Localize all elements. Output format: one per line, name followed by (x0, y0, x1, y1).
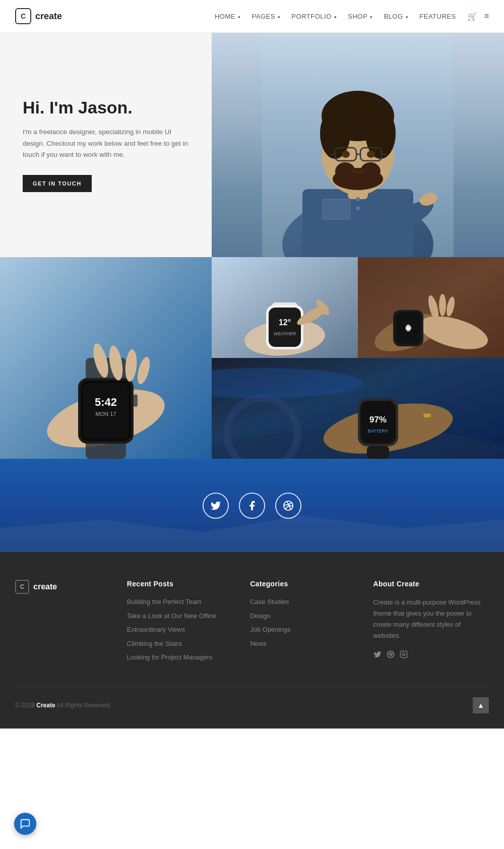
nav-pages[interactable]: PAGES ▾ (252, 13, 281, 20)
nav-blog[interactable]: BLOG ▾ (384, 13, 409, 20)
portfolio-image-main[interactable]: 5:42 MON 17 (0, 257, 212, 459)
categories-list: Case Studies Design Job Openings News (250, 597, 358, 648)
about-text: Create is a multi-purpose WordPress them… (373, 597, 481, 641)
portfolio-right-panel: 12° WEATHER (212, 257, 504, 459)
portfolio-top-row: 12° WEATHER (212, 257, 504, 358)
portfolio-image-top-left[interactable]: 12° WEATHER (212, 257, 358, 358)
get-in-touch-button[interactable]: GET IN TOUCH (23, 175, 92, 192)
svg-text:⌚: ⌚ (404, 324, 413, 332)
chevron-down-icon: ▾ (236, 15, 241, 20)
categories-heading: Categories (250, 580, 358, 588)
svg-point-18 (356, 197, 360, 201)
logo[interactable]: C create (15, 8, 62, 24)
footer-recent-posts-column: Recent Posts Building the Perfect Team T… (119, 580, 242, 666)
hero-text-panel: Hi. I'm Jason. I'm a freelance designer,… (0, 33, 212, 257)
nav-utility-icons: 🛒 ≡ (467, 12, 489, 21)
svg-point-53 (439, 294, 446, 316)
svg-point-13 (342, 151, 350, 158)
svg-point-14 (367, 151, 375, 158)
about-heading: About Create (373, 580, 481, 588)
footer-instagram-icon[interactable] (400, 650, 408, 660)
recent-post-link-3[interactable]: Extraordinary Views (127, 626, 185, 633)
dribbble-social-button[interactable] (275, 493, 301, 519)
site-header: C create HOME ▾ PAGES ▾ PORTFOLIO ▾ SHOP… (0, 0, 504, 33)
category-link-4[interactable]: News (250, 640, 267, 647)
facebook-social-button[interactable] (239, 493, 265, 519)
footer-twitter-icon[interactable] (373, 650, 382, 660)
footer-about-column: About Create Create is a multi-purpose W… (366, 580, 489, 666)
footer-dribbble-icon[interactable] (387, 650, 395, 660)
nav-shop[interactable]: SHOP ▾ (348, 13, 372, 20)
svg-rect-68 (400, 651, 407, 658)
list-item: Extraordinary Views (127, 625, 235, 635)
footer-logo-icon: C (15, 580, 29, 594)
chevron-down-icon: ▾ (333, 15, 337, 20)
nav-home[interactable]: HOME ▾ (215, 13, 241, 20)
list-item: Take a Look at Our New Office (127, 611, 235, 621)
footer-columns: C create Recent Posts Building the Perfe… (15, 580, 489, 666)
list-item: Building the Perfect Team (127, 597, 235, 607)
nav-portfolio[interactable]: PORTFOLIO ▾ (291, 13, 337, 20)
hero-section: Hi. I'm Jason. I'm a freelance designer,… (0, 33, 504, 257)
scroll-to-top-button[interactable]: ▲ (473, 697, 489, 713)
footer-logo: C create (15, 580, 109, 594)
hero-image (212, 33, 504, 257)
social-section (0, 459, 504, 552)
nav-features[interactable]: FEATURES (419, 13, 456, 20)
svg-text:12°: 12° (279, 318, 291, 327)
footer-bottom-bar: © 2018 Create All Rights Reserved. ▲ (15, 687, 489, 713)
main-nav: HOME ▾ PAGES ▾ PORTFOLIO ▾ SHOP ▾ BLOG ▾… (215, 12, 489, 21)
hero-photo (212, 33, 504, 257)
category-link-2[interactable]: Design (250, 612, 270, 620)
recent-post-link-2[interactable]: Take a Look at Our New Office (127, 612, 216, 620)
svg-rect-20 (323, 199, 350, 219)
svg-text:97%: 97% (369, 415, 387, 424)
cart-icon[interactable]: 🛒 (467, 12, 477, 21)
list-item: Climbing the Stairs (127, 639, 235, 649)
list-item: Design (250, 611, 358, 621)
hero-description: I'm a freelance designer, specializing i… (23, 127, 189, 161)
svg-rect-64 (367, 446, 389, 459)
list-item: News (250, 639, 358, 649)
portfolio-section: 5:42 MON 17 (0, 257, 504, 459)
twitter-social-button[interactable] (203, 493, 229, 519)
svg-rect-59 (423, 413, 431, 417)
copyright-text: © 2018 Create All Rights Reserved. (15, 702, 111, 709)
recent-post-link-4[interactable]: Climbing the Stairs (127, 640, 182, 647)
svg-rect-40 (269, 308, 301, 347)
recent-post-link-1[interactable]: Building the Perfect Team (127, 598, 202, 605)
logo-text: create (35, 11, 62, 22)
site-footer: C create Recent Posts Building the Perfe… (0, 552, 504, 729)
footer-logo-text: create (33, 582, 57, 591)
chevron-down-icon: ▾ (404, 15, 409, 20)
recent-posts-heading: Recent Posts (127, 580, 235, 588)
logo-icon: C (15, 8, 31, 24)
list-item: Case Studies (250, 597, 358, 607)
portfolio-image-top-right[interactable]: ⌚ (358, 257, 504, 358)
svg-text:MON 17: MON 17 (96, 411, 116, 417)
hero-heading: Hi. I'm Jason. (23, 98, 189, 117)
portfolio-image-bottom[interactable]: 97% BATTERY (212, 358, 504, 459)
svg-text:BATTERY: BATTERY (368, 429, 389, 434)
svg-text:WEATHER: WEATHER (274, 331, 296, 336)
menu-icon[interactable]: ≡ (484, 12, 489, 21)
chevron-down-icon: ▾ (368, 15, 373, 20)
list-item: Looking for Project Managers (127, 652, 235, 662)
list-item: Job Openings (250, 625, 358, 635)
footer-social-icons (373, 650, 481, 660)
category-link-1[interactable]: Case Studies (250, 598, 289, 605)
footer-logo-column: C create (15, 580, 119, 666)
chevron-down-icon: ▾ (276, 15, 281, 20)
footer-categories-column: Categories Case Studies Design Job Openi… (242, 580, 365, 666)
recent-post-link-5[interactable]: Looking for Project Managers (127, 653, 213, 661)
svg-text:5:42: 5:42 (95, 396, 117, 408)
recent-posts-list: Building the Perfect Team Take a Look at… (127, 597, 235, 662)
svg-rect-31 (134, 394, 138, 407)
category-link-3[interactable]: Job Openings (250, 626, 290, 633)
svg-point-19 (356, 206, 360, 210)
